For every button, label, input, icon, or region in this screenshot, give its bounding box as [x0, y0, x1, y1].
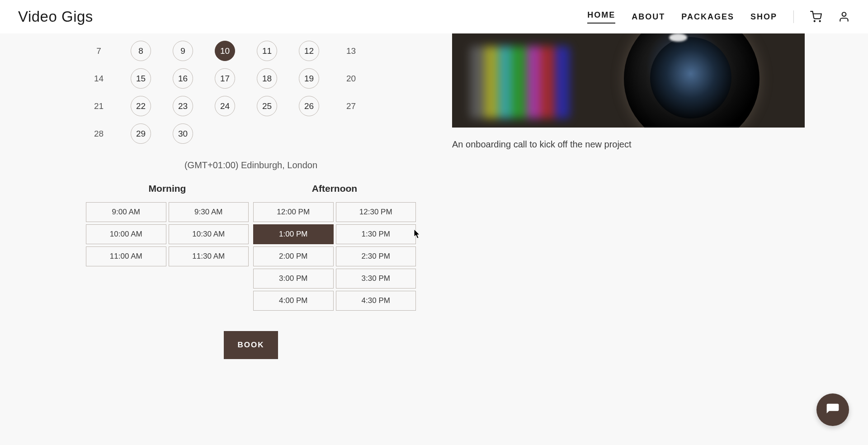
camera-lens-graphic	[624, 33, 760, 128]
calendar-row: 78910111213	[86, 41, 416, 61]
morning-slots: Morning 9:00 AM9:30 AM10:00 AM10:30 AM11…	[86, 183, 249, 311]
hero-image	[452, 33, 805, 128]
main-nav: HOME ABOUT PACKAGES SHOP	[587, 10, 850, 24]
service-caption: An onboarding call to kick off the new p…	[452, 139, 805, 150]
afternoon-header: Afternoon	[253, 183, 416, 194]
calendar-day-12[interactable]: 12	[299, 41, 319, 61]
calendar-day-21: 21	[89, 96, 109, 116]
main-content: 7891011121314151617181920212223242526272…	[0, 0, 868, 445]
svg-point-1	[820, 21, 821, 22]
calendar-row: 14151617181920	[86, 68, 416, 89]
calendar-day-26[interactable]: 26	[299, 96, 319, 116]
nav-home[interactable]: HOME	[587, 10, 615, 24]
time-slot[interactable]: 9:30 AM	[169, 202, 249, 222]
time-slot[interactable]: 2:30 PM	[336, 246, 416, 266]
calendar-day-7: 7	[89, 41, 109, 61]
time-slot[interactable]: 10:30 AM	[169, 224, 249, 244]
calendar-day-22[interactable]: 22	[131, 96, 151, 116]
calendar-day-10[interactable]: 10	[215, 41, 235, 61]
calendar-row: 282930	[86, 123, 416, 144]
cart-icon[interactable]	[810, 11, 822, 23]
nav-shop[interactable]: SHOP	[750, 12, 777, 22]
calendar-day-23[interactable]: 23	[173, 96, 193, 116]
svg-point-0	[814, 21, 815, 22]
user-icon[interactable]	[838, 11, 850, 23]
info-panel: An onboarding call to kick off the new p…	[452, 33, 868, 445]
book-button[interactable]: BOOK	[224, 331, 278, 359]
nav-about[interactable]: ABOUT	[632, 12, 665, 22]
time-slot[interactable]: 10:00 AM	[86, 224, 166, 244]
calendar-day-9[interactable]: 9	[173, 41, 193, 61]
calendar-day-11[interactable]: 11	[257, 41, 277, 61]
site-header: Video Gigs HOME ABOUT PACKAGES SHOP	[0, 0, 868, 33]
chat-button[interactable]	[816, 393, 849, 426]
afternoon-slots: Afternoon 12:00 PM12:30 PM1:00 PM1:30 PM…	[253, 183, 416, 311]
time-slot[interactable]: 1:30 PM	[336, 224, 416, 244]
nav-divider	[793, 10, 794, 23]
chat-icon	[826, 402, 840, 417]
calendar-day-19[interactable]: 19	[299, 68, 319, 89]
nav-packages[interactable]: PACKAGES	[681, 12, 734, 22]
calendar-day-17[interactable]: 17	[215, 68, 235, 89]
time-slot[interactable]: 2:00 PM	[253, 246, 334, 266]
time-slot[interactable]: 3:30 PM	[336, 269, 416, 289]
calendar-day-30[interactable]: 30	[173, 123, 193, 144]
calendar-day-28: 28	[89, 123, 109, 144]
calendar-day-14: 14	[89, 68, 109, 89]
calendar-day-29[interactable]: 29	[131, 123, 151, 144]
calendar-day-16[interactable]: 16	[173, 68, 193, 89]
brand-logo[interactable]: Video Gigs	[18, 8, 93, 25]
calendar-day-8[interactable]: 8	[131, 41, 151, 61]
calendar-day-18[interactable]: 18	[257, 68, 277, 89]
calendar-day-24[interactable]: 24	[215, 96, 235, 116]
calendar-day-20: 20	[341, 68, 361, 89]
time-slot[interactable]: 3:00 PM	[253, 269, 334, 289]
time-slot[interactable]: 1:00 PM	[253, 224, 334, 244]
svg-point-2	[842, 12, 846, 16]
time-slot[interactable]: 9:00 AM	[86, 202, 166, 222]
color-bars-graphic	[470, 46, 570, 118]
time-slot[interactable]: 4:30 PM	[336, 291, 416, 311]
calendar-row: 21222324252627	[86, 96, 416, 116]
calendar-day-13: 13	[341, 41, 361, 61]
morning-header: Morning	[86, 183, 249, 194]
calendar-day-25[interactable]: 25	[257, 96, 277, 116]
time-slot[interactable]: 12:00 PM	[253, 202, 334, 222]
time-slots: Morning 9:00 AM9:30 AM10:00 AM10:30 AM11…	[86, 183, 416, 311]
timezone-label: (GMT+01:00) Edinburgh, London	[86, 160, 416, 170]
calendar-day-27: 27	[341, 96, 361, 116]
time-slot[interactable]: 4:00 PM	[253, 291, 334, 311]
time-slot[interactable]: 11:30 AM	[169, 246, 249, 266]
booking-panel: 7891011121314151617181920212223242526272…	[0, 33, 452, 445]
time-slot[interactable]: 12:30 PM	[336, 202, 416, 222]
calendar: 7891011121314151617181920212223242526272…	[86, 41, 416, 144]
time-slot[interactable]: 11:00 AM	[86, 246, 166, 266]
lens-highlight	[669, 33, 687, 42]
calendar-day-15[interactable]: 15	[131, 68, 151, 89]
